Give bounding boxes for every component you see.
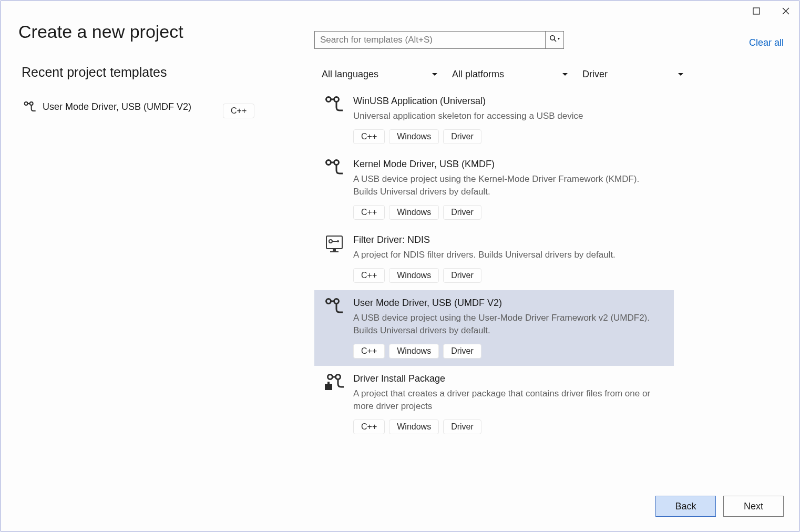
template-tag: Windows (389, 205, 439, 220)
svg-point-11 (334, 160, 339, 165)
svg-point-8 (326, 97, 331, 102)
template-item[interactable]: Filter Driver: NDISA project for NDIS fi… (314, 227, 674, 290)
svg-rect-12 (326, 236, 342, 249)
svg-line-4 (554, 39, 556, 42)
driver-icon (24, 100, 36, 113)
close-button[interactable] (778, 5, 793, 17)
template-description: Universal application skeleton for acces… (353, 110, 665, 123)
template-body: Kernel Mode Driver, USB (KMDF)A USB devi… (353, 159, 665, 220)
svg-marker-5 (558, 38, 560, 40)
template-body: Driver Install PackageA project that cre… (353, 373, 665, 434)
template-tag: Driver (443, 420, 481, 434)
svg-point-17 (326, 299, 331, 303)
template-tags: C++WindowsDriver (353, 344, 665, 359)
template-item[interactable]: User Mode Driver, USB (UMDF V2)A USB dev… (314, 290, 674, 366)
template-tag: C++ (353, 420, 385, 434)
recent-template-name: User Mode Driver, USB (UMDF V2) (43, 101, 191, 112)
page-title: Create a new project (18, 22, 183, 42)
filter-language-value: All languages (322, 69, 378, 80)
template-tag: C++ (353, 344, 385, 359)
template-tag: Driver (443, 205, 481, 220)
template-tag: Windows (389, 268, 439, 283)
svg-point-18 (334, 299, 339, 303)
template-description: A USB device project using the Kernel-Mo… (353, 173, 665, 199)
svg-point-10 (326, 160, 331, 165)
template-tags: C++WindowsDriver (353, 268, 665, 283)
template-body: User Mode Driver, USB (UMDF V2)A USB dev… (353, 298, 665, 359)
template-description: A project that creates a driver package … (353, 387, 665, 413)
clear-all-link[interactable]: Clear all (749, 37, 784, 48)
template-tags: C++WindowsDriver (353, 420, 665, 434)
svg-rect-21 (325, 384, 332, 390)
template-tag: Driver (443, 268, 481, 283)
svg-point-9 (334, 97, 339, 102)
window-controls (749, 5, 793, 17)
svg-point-6 (25, 102, 28, 105)
template-title: Driver Install Package (353, 373, 665, 384)
driver-icon (325, 96, 344, 115)
template-title: Filter Driver: NDIS (353, 234, 665, 245)
template-body: Filter Driver: NDISA project for NDIS fi… (353, 234, 665, 283)
search-container (314, 31, 564, 49)
ndis-icon (325, 234, 344, 253)
svg-rect-16 (330, 251, 339, 252)
template-tag: Driver (443, 344, 481, 359)
template-description: A project for NDIS filter drivers. Build… (353, 249, 665, 262)
template-tags: C++WindowsDriver (353, 129, 665, 144)
template-body: WinUSB Application (Universal)Universal … (353, 96, 665, 144)
svg-rect-15 (333, 249, 336, 251)
template-list: WinUSB Application (Universal)Universal … (314, 88, 674, 442)
svg-point-3 (550, 36, 555, 40)
svg-rect-22 (327, 382, 330, 384)
package-icon (325, 373, 344, 392)
chevron-down-icon (432, 73, 437, 76)
template-tag: Windows (389, 129, 439, 144)
search-icon (549, 35, 560, 45)
filter-row: All languages All platforms Driver (314, 63, 691, 86)
template-description: A USB device project using the User-Mode… (353, 312, 665, 337)
template-tags: C++WindowsDriver (353, 205, 665, 220)
search-input[interactable] (314, 31, 546, 49)
recent-template-item[interactable]: User Mode Driver, USB (UMDF V2) (24, 100, 191, 113)
maximize-button[interactable] (749, 5, 764, 17)
template-tag: C++ (353, 129, 385, 144)
template-title: WinUSB Application (Universal) (353, 96, 665, 107)
driver-icon (325, 298, 344, 316)
template-item[interactable]: Driver Install PackageA project that cre… (314, 366, 674, 442)
template-item[interactable]: Kernel Mode Driver, USB (KMDF)A USB devi… (314, 151, 674, 227)
recent-template-tag: C++ (223, 104, 254, 118)
filter-project-type-value: Driver (582, 69, 608, 80)
filter-platform-value: All platforms (452, 69, 504, 80)
template-title: Kernel Mode Driver, USB (KMDF) (353, 159, 665, 170)
svg-rect-0 (753, 8, 760, 14)
svg-point-13 (329, 240, 332, 243)
template-tag: C++ (353, 268, 385, 283)
template-tag: Windows (389, 420, 439, 434)
footer-buttons: Back Next (655, 496, 784, 517)
driver-icon (325, 159, 344, 178)
next-button[interactable]: Next (723, 496, 784, 517)
template-title: User Mode Driver, USB (UMDF V2) (353, 298, 665, 309)
filter-platform-dropdown[interactable]: All platforms (445, 63, 575, 86)
svg-point-19 (328, 374, 333, 379)
svg-point-20 (336, 374, 341, 379)
template-tag: Windows (389, 344, 439, 359)
svg-point-7 (30, 102, 33, 105)
svg-point-14 (337, 240, 339, 242)
template-item[interactable]: WinUSB Application (Universal)Universal … (314, 88, 674, 151)
recent-templates-heading: Recent project templates (22, 65, 167, 80)
chevron-down-icon (678, 73, 683, 76)
filter-language-dropdown[interactable]: All languages (314, 63, 445, 86)
back-button[interactable]: Back (655, 496, 716, 517)
search-split-button[interactable] (546, 31, 564, 49)
chevron-down-icon (562, 73, 568, 76)
filter-project-type-dropdown[interactable]: Driver (575, 63, 691, 86)
template-tag: Driver (443, 129, 481, 144)
template-tag: C++ (353, 205, 385, 220)
